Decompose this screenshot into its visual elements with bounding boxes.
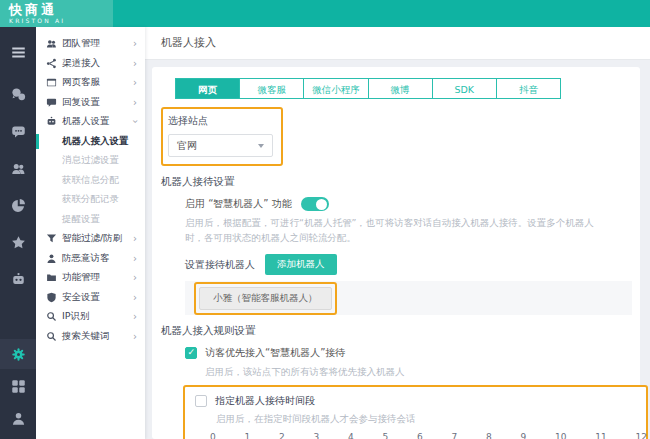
hour-label: 4: [348, 432, 354, 439]
enable-robot-row: 启用 “智慧机器人” 功能: [185, 197, 640, 211]
hour-label: 3: [314, 432, 320, 439]
reception-help-text: 启用后，根据配置，可进行“机器人托管”，也可将访客对话自动接入机器人接待。设置多…: [185, 216, 607, 245]
sidebar-item-search-keywords[interactable]: 搜索关键词: [36, 327, 145, 347]
sidebar-item-web-service[interactable]: 网页客服: [36, 73, 145, 93]
sidebar-item-security-settings[interactable]: 安全设置: [36, 288, 145, 308]
robot-list-panel: 小雅（智能客服机器人）: [185, 281, 632, 315]
app-window: 快商通 KRISTON AI: [0, 0, 650, 439]
tab-wechat-miniprogram[interactable]: 微信小程序: [303, 78, 368, 99]
add-robot-button[interactable]: 添加机器人: [265, 254, 337, 275]
sidebar-item-label: 安全设置: [62, 291, 100, 304]
sidebar-item-label: 渠道接入: [62, 57, 100, 70]
chevron-right-icon: [133, 292, 137, 303]
sidebar-item-ip-recognition[interactable]: IP识别: [36, 307, 145, 327]
schedule-checkbox[interactable]: [195, 395, 207, 407]
sidebar-item-team-management[interactable]: 团队管理: [36, 34, 145, 54]
chats-icon[interactable]: [0, 79, 36, 109]
tab-douyin[interactable]: 抖音: [496, 78, 561, 99]
site-select-label: 选择站点: [168, 114, 281, 128]
user-icon[interactable]: [0, 403, 36, 433]
sidebar-item-label: 团队管理: [62, 37, 100, 50]
tab-wechat-service[interactable]: 微客服: [239, 78, 304, 99]
sidebar-item-feature-management[interactable]: 功能管理: [36, 268, 145, 288]
brand-logo-en: KRISTON AI: [9, 18, 113, 24]
hour-label: 8: [486, 432, 492, 439]
sidebar-item-label: 获联分配记录: [62, 193, 119, 206]
schedule-annotation: 指定机器人接待时间段 启用后，在指定时间段机器人才会参与接待会话 0123456…: [183, 385, 648, 439]
chat-bubble-icon: [46, 97, 57, 108]
hour-label: 0: [210, 432, 216, 439]
sidebar-item-robot-settings[interactable]: 机器人设置: [36, 112, 145, 132]
funnel-icon: [46, 233, 57, 244]
sidebar-item-smart-filter[interactable]: 智能过滤/防刷: [36, 229, 145, 249]
chevron-right-icon: [133, 77, 137, 88]
folder-icon: [46, 272, 57, 283]
sidebar-item-reply-settings[interactable]: 回复设置: [36, 93, 145, 113]
tab-sdk[interactable]: SDK: [432, 78, 497, 99]
schedule-help: 启用后，在指定时间段机器人才会参与接待会话: [216, 413, 646, 426]
share-nodes-icon: [46, 58, 57, 69]
message-dots-icon[interactable]: [0, 116, 36, 146]
star-icon[interactable]: [0, 227, 36, 257]
main-content: 机器人接入 网页 微客服 微信小程序 微博 SDK 抖音 选择站点 官网: [145, 27, 650, 439]
rules-section-title: 机器人接入规则设置: [161, 324, 640, 338]
sidebar-item-contact-distribution-records[interactable]: 获联分配记录: [36, 190, 145, 210]
priority-access-row: 访客优先接入“智慧机器人”接待: [185, 346, 640, 360]
sidebar-item-label: 机器人接入设置: [62, 135, 129, 148]
sidebar-item-label: 回复设置: [62, 96, 100, 109]
sidebar-item-label: 消息过滤设置: [62, 154, 119, 167]
chevron-right-icon: [133, 311, 137, 322]
robot-icon[interactable]: [0, 264, 36, 294]
sidebar-item-anti-malicious-visitor[interactable]: 防恶意访客: [36, 249, 145, 269]
hour-label: 5: [383, 432, 389, 439]
hour-label: 7: [452, 432, 458, 439]
shield-icon: [46, 292, 57, 303]
site-select-dropdown[interactable]: 官网: [168, 134, 273, 157]
sidebar-item-channel-access[interactable]: 渠道接入: [36, 54, 145, 74]
schedule-row: 指定机器人接待时间段: [195, 394, 646, 408]
apps-grid-icon[interactable]: [0, 371, 36, 401]
enable-robot-toggle[interactable]: [301, 197, 329, 211]
robot-chip[interactable]: 小雅（智能客服机器人）: [199, 287, 332, 310]
set-reception-robot-label: 设置接待机器人: [185, 258, 255, 272]
sidebar-item-robot-access-settings[interactable]: 机器人接入设置: [36, 132, 145, 152]
enable-robot-label: 启用 “智慧机器人” 功能: [185, 197, 292, 211]
robot-chip-annotation: 小雅（智能客服机器人）: [194, 282, 337, 315]
top-bar: 快商通 KRISTON AI: [0, 0, 650, 27]
team-icon[interactable]: [0, 153, 36, 183]
reception-section-title: 机器人接待设置: [161, 175, 640, 189]
hour-axis-labels: 0123456789101112: [210, 432, 647, 439]
priority-access-checkbox[interactable]: [185, 347, 197, 359]
sidebar-item-reminder-settings[interactable]: 提醒设置: [36, 210, 145, 230]
settings-card: 网页 微客服 微信小程序 微博 SDK 抖音 选择站点 官网 机器人接待设置 启…: [152, 67, 640, 439]
caret-down-icon: [258, 144, 264, 148]
sidebar-item-contact-info-distribution[interactable]: 获联信息分配: [36, 171, 145, 191]
page-title-bar: 机器人接入: [145, 27, 650, 60]
visitor-icon: [46, 253, 57, 264]
chevron-right-icon: [133, 58, 137, 69]
sidebar-item-label: 网页客服: [62, 76, 100, 89]
sidebar-item-message-filter-settings[interactable]: 消息过滤设置: [36, 151, 145, 171]
tab-weibo[interactable]: 微博: [368, 78, 433, 99]
magnifier-icon: [46, 311, 57, 322]
settings-gear-icon[interactable]: [0, 339, 36, 369]
sidebar-item-label: 智能过滤/防刷: [62, 232, 122, 245]
tab-web[interactable]: 网页: [175, 78, 240, 99]
hamburger-menu-icon[interactable]: [0, 37, 36, 67]
site-select-value: 官网: [177, 139, 197, 153]
hour-label: 9: [521, 432, 527, 439]
sidebar-item-label: IP识别: [62, 310, 90, 323]
channel-tabs: 网页 微客服 微信小程序 微博 SDK 抖音: [175, 78, 561, 99]
sidebar-item-label: 搜索关键词: [62, 330, 110, 343]
search-icon: [46, 331, 57, 342]
priority-access-help: 启用后，该站点下的所有访客将优先接入机器人: [205, 366, 640, 379]
icon-rail: [0, 27, 36, 439]
robot-icon: [46, 116, 57, 127]
pie-chart-icon[interactable]: [0, 190, 36, 220]
sidebar-item-label: 机器人设置: [62, 115, 110, 128]
hour-label: 12: [635, 432, 646, 439]
sidebar-item-label: 提醒设置: [62, 213, 100, 226]
sidebar-menu: 团队管理 渠道接入 网页客服 回复设置 机器人设置 机器人接入设置 消息过滤设置: [36, 27, 145, 439]
priority-access-label: 访客优先接入“智慧机器人”接待: [205, 346, 345, 360]
hour-label: 2: [279, 432, 285, 439]
